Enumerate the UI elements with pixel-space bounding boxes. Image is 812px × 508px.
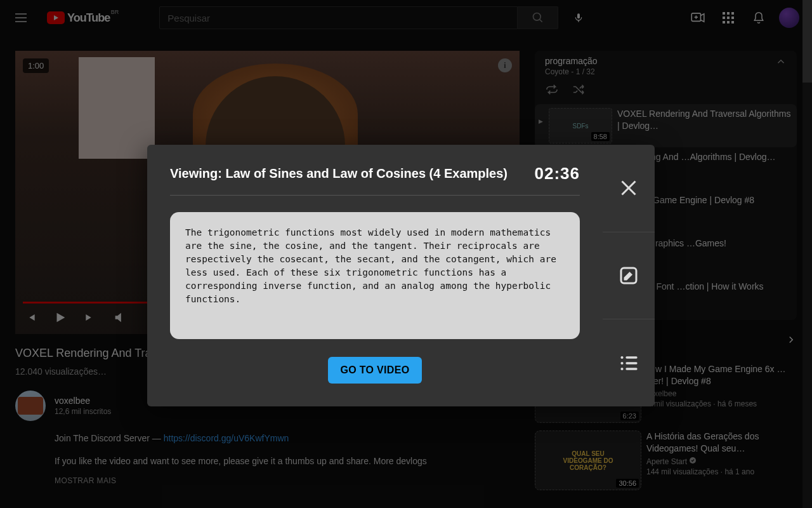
- modal-body-text: The trigonometric functions most widely …: [170, 212, 580, 339]
- svg-point-15: [620, 368, 623, 370]
- list-icon: [617, 352, 640, 375]
- go-to-video-button[interactable]: GO TO VIDEO: [328, 357, 422, 384]
- edit-button[interactable]: [603, 232, 655, 320]
- modal-title: Viewing: Law of Sines and Law of Cosines…: [170, 166, 508, 181]
- svg-point-11: [620, 356, 623, 359]
- list-button[interactable]: [603, 319, 655, 406]
- svg-point-13: [620, 362, 623, 364]
- extension-modal: Viewing: Law of Sines and Law of Cosines…: [147, 145, 655, 406]
- modal-timer: 02:36: [535, 164, 580, 184]
- close-icon: [617, 177, 640, 199]
- edit-icon: [617, 264, 640, 287]
- close-button[interactable]: [603, 145, 655, 232]
